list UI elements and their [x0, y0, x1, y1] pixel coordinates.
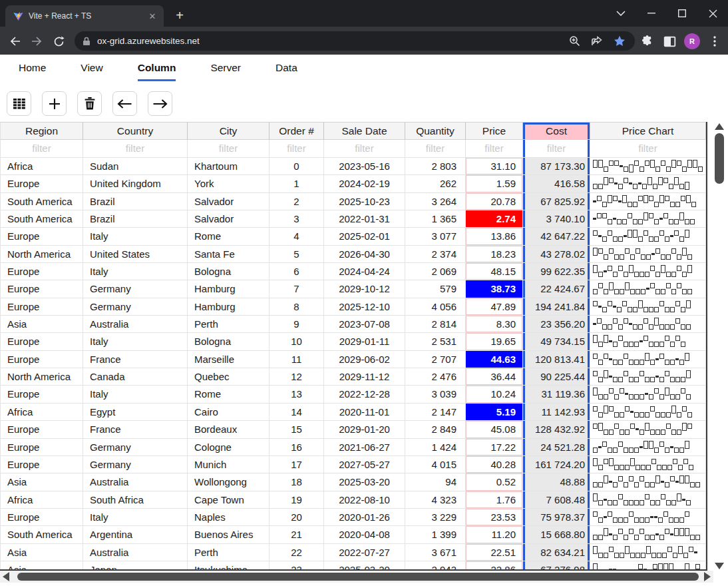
cell-date[interactable]: 2025-12-10	[324, 298, 405, 316]
cell-chart[interactable]	[590, 193, 706, 210]
cell-city[interactable]: Cairo	[188, 404, 270, 421]
cell-order[interactable]: 20	[270, 509, 324, 526]
cell-country[interactable]: Germany	[83, 456, 188, 473]
cell-order[interactable]: 5	[270, 246, 324, 263]
cell-region[interactable]: Asia	[0, 316, 83, 333]
menu-item-home[interactable]: Home	[19, 62, 46, 81]
menu-item-data[interactable]: Data	[275, 62, 297, 81]
cell-quantity[interactable]: 2 147	[405, 404, 466, 421]
cell-date[interactable]: 2029-01-11	[324, 333, 405, 350]
cell-region[interactable]: Europe	[0, 228, 83, 245]
cell-quantity[interactable]: 2 531	[405, 333, 466, 350]
menu-item-view[interactable]: View	[81, 62, 102, 81]
cell-order[interactable]: 2	[270, 193, 324, 210]
menu-kebab-icon[interactable]	[707, 33, 723, 49]
cell-date[interactable]: 2024-04-24	[324, 263, 405, 280]
cell-date[interactable]: 2026-04-30	[324, 246, 405, 263]
cell-country[interactable]: Brazil	[83, 193, 188, 210]
cell-country[interactable]: Germany	[83, 280, 188, 298]
menu-item-server[interactable]: Server	[210, 62, 241, 81]
cell-quantity[interactable]: 579	[405, 280, 466, 298]
cell-city[interactable]: Hamburg	[188, 280, 270, 298]
cell-date[interactable]: 2029-01-20	[324, 421, 405, 438]
cell-country[interactable]: United States	[83, 246, 188, 263]
cell-price[interactable]: 44.63	[466, 351, 523, 368]
cell-country[interactable]: Australia	[83, 473, 188, 491]
vertical-scrollbar[interactable]	[713, 122, 727, 571]
cell-city[interactable]: Rome	[188, 386, 270, 403]
cell-price[interactable]: 5.19	[466, 404, 523, 421]
cell-quantity[interactable]: 4 323	[405, 491, 466, 509]
cell-country[interactable]: Brazil	[83, 210, 188, 228]
filter-input-region[interactable]: filter	[0, 140, 83, 158]
cell-order[interactable]: 6	[270, 263, 324, 280]
cell-city[interactable]: Salvador	[188, 210, 270, 228]
column-header-cost[interactable]: Cost	[523, 122, 590, 140]
cell-order[interactable]: 11	[270, 351, 324, 368]
column-header-country[interactable]: Country	[83, 122, 188, 140]
cell-date[interactable]: 2024-02-19	[324, 175, 405, 192]
cell-chart[interactable]	[590, 473, 706, 491]
cell-country[interactable]: Italy	[83, 386, 188, 403]
cell-cost[interactable]: 11 142.93	[523, 404, 590, 421]
cell-region[interactable]: Europe	[0, 456, 83, 473]
cell-price[interactable]: 18.23	[466, 246, 523, 263]
cell-date[interactable]: 2029-10-12	[324, 280, 405, 298]
cell-city[interactable]: Bordeaux	[188, 421, 270, 438]
cell-cost[interactable]: 43 278.02	[523, 246, 590, 263]
cell-date[interactable]: 2020-04-08	[324, 526, 405, 543]
cell-price[interactable]: 40.28	[466, 456, 523, 473]
cell-region[interactable]: Asia	[0, 561, 83, 571]
cell-chart[interactable]	[590, 421, 706, 438]
move-right-button[interactable]	[148, 91, 172, 116]
scroll-down-icon[interactable]	[715, 563, 724, 569]
cell-quantity[interactable]: 2 943	[405, 561, 466, 571]
cell-chart[interactable]	[590, 228, 706, 245]
cell-order[interactable]: 12	[270, 368, 324, 386]
horizontal-scroll-thumb[interactable]	[17, 573, 699, 581]
filter-input-cost[interactable]: filter	[523, 140, 590, 158]
cell-chart[interactable]	[590, 544, 706, 561]
column-header-region[interactable]: Region	[0, 122, 83, 140]
cell-region[interactable]: Africa	[0, 404, 83, 421]
cell-quantity[interactable]: 2 069	[405, 263, 466, 280]
column-header-city[interactable]: City	[188, 122, 270, 140]
cell-cost[interactable]: 3 740.10	[523, 210, 590, 228]
cell-price[interactable]: 13.86	[466, 228, 523, 245]
move-left-button[interactable]	[112, 91, 137, 116]
tab-close-icon[interactable]: ✕	[146, 10, 158, 22]
cell-price[interactable]: 17.22	[466, 439, 523, 456]
cell-region[interactable]: Europe	[0, 421, 83, 438]
cell-order[interactable]: 4	[270, 228, 324, 245]
cell-price[interactable]: 23.53	[466, 509, 523, 526]
cell-city[interactable]: Salvador	[188, 193, 270, 210]
cell-order[interactable]: 18	[270, 473, 324, 491]
column-header-date[interactable]: Sale Date	[324, 122, 405, 140]
cell-cost[interactable]: 75 978.37	[523, 509, 590, 526]
browser-tab[interactable]: Vite + React + TS ✕	[5, 5, 164, 27]
cell-city[interactable]: Itsukushima	[188, 561, 270, 571]
cell-chart[interactable]	[590, 561, 706, 571]
cell-country[interactable]: Italy	[83, 333, 188, 350]
cell-cost[interactable]: 23 356.20	[523, 316, 590, 333]
cell-cost[interactable]: 99 622.35	[523, 263, 590, 280]
forward-button[interactable]	[30, 35, 43, 48]
cell-chart[interactable]	[590, 386, 706, 403]
cell-price[interactable]: 10.24	[466, 386, 523, 403]
cell-date[interactable]: 2029-06-02	[324, 351, 405, 368]
share-icon[interactable]	[590, 34, 604, 49]
cell-quantity[interactable]: 1 365	[405, 210, 466, 228]
columns-button[interactable]	[7, 91, 31, 116]
cell-region[interactable]: Europe	[0, 298, 83, 316]
cell-date[interactable]: 2022-08-10	[324, 491, 405, 509]
cell-price[interactable]: 22.86	[466, 561, 523, 571]
url-bar[interactable]: ox-grid.azurewebsites.net	[75, 31, 635, 51]
cell-region[interactable]: Europe	[0, 509, 83, 526]
cell-chart[interactable]	[590, 316, 706, 333]
cell-price[interactable]: 36.44	[466, 368, 523, 386]
cell-price[interactable]: 45.08	[466, 421, 523, 438]
cell-cost[interactable]: 42 647.22	[523, 228, 590, 245]
cell-city[interactable]: Bologna	[188, 263, 270, 280]
cell-price[interactable]: 1.59	[466, 175, 523, 192]
cell-region[interactable]: South America	[0, 193, 83, 210]
